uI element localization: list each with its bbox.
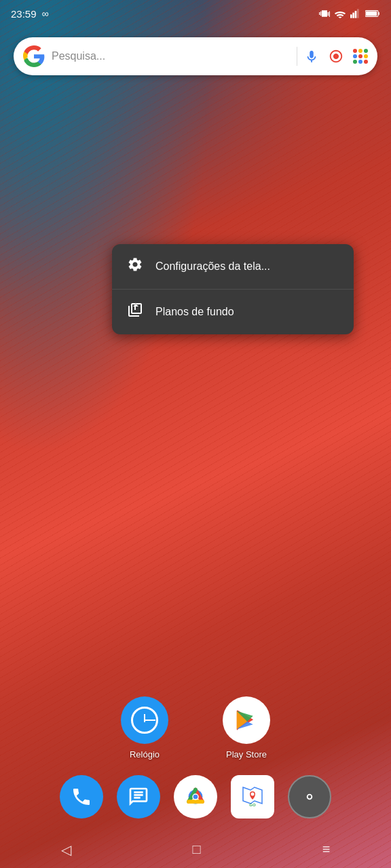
svg-rect-0 [350, 14, 352, 18]
dock: GO [0, 766, 391, 827]
svg-rect-3 [357, 9, 359, 18]
status-left: 23:59 ∞ [11, 8, 50, 20]
apps-grid-icon[interactable] [353, 49, 368, 64]
playstore-app[interactable]: Play Store [223, 696, 270, 760]
search-icons [304, 49, 368, 64]
svg-text:GO: GO [249, 803, 256, 807]
vibrate-icon [319, 8, 330, 19]
wallpaper-icon [127, 302, 143, 322]
camera-app[interactable] [288, 775, 331, 818]
status-time: 23:59 [11, 8, 37, 20]
search-divider [297, 47, 297, 66]
lens-icon[interactable] [329, 49, 343, 64]
signal-icon [350, 9, 361, 18]
playstore-label: Play Store [226, 749, 267, 760]
svg-rect-2 [355, 11, 357, 18]
voicemail-icon: ∞ [42, 8, 50, 19]
context-item-wallpaper[interactable]: Planos de fundo [112, 290, 354, 334]
search-placeholder: Pesquisa... [52, 50, 290, 62]
relogio-label: Relógio [130, 749, 160, 760]
svg-point-14 [251, 793, 255, 796]
chrome-app[interactable] [174, 775, 217, 818]
svg-rect-1 [352, 13, 354, 18]
recents-button[interactable]: ≡ [309, 836, 344, 863]
home-button[interactable]: □ [179, 836, 215, 863]
settings-icon [127, 256, 143, 277]
mic-icon[interactable] [304, 49, 319, 64]
context-item-settings[interactable]: Configurações da tela... [112, 244, 354, 290]
messages-app[interactable] [117, 775, 160, 818]
context-menu: Configurações da tela... Planos de fundo [112, 244, 354, 334]
relogio-app[interactable]: Relógio [121, 696, 168, 760]
clock-hand-minute [145, 719, 155, 721]
clock-icon [121, 696, 168, 744]
back-button[interactable]: ◁ [48, 836, 85, 863]
phone-app[interactable] [60, 775, 103, 818]
status-bar: 23:59 ∞ [0, 0, 391, 27]
playstore-icon [223, 696, 270, 744]
clock-face [131, 707, 158, 734]
svg-point-17 [308, 795, 312, 799]
nav-bar: ◁ □ ≡ [0, 831, 391, 868]
search-bar[interactable]: Pesquisa... [14, 37, 377, 75]
context-settings-label: Configurações da tela... [155, 260, 270, 273]
svg-point-11 [193, 795, 198, 800]
battery-icon [365, 9, 380, 18]
svg-rect-6 [366, 12, 377, 16]
context-wallpaper-label: Planos de fundo [155, 306, 234, 318]
google-logo [23, 45, 45, 67]
home-apps: Relógio Play Store [0, 696, 391, 760]
maps-go-app[interactable]: GO [231, 775, 274, 818]
svg-rect-5 [378, 12, 379, 15]
clock-hand-hour [144, 714, 145, 722]
wifi-icon [334, 9, 346, 18]
status-right [319, 8, 380, 19]
